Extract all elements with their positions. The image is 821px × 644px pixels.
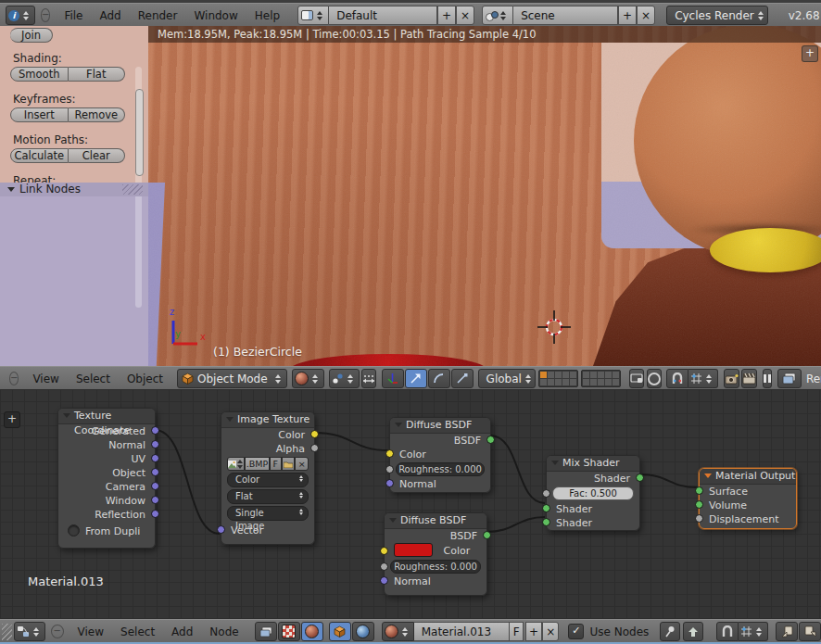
vp-menu-view[interactable]: View: [24, 373, 67, 385]
collapse-triangle-icon[interactable]: [551, 461, 559, 465]
output-socket[interactable]: [151, 482, 159, 490]
node-editor-corner-grip[interactable]: [2, 624, 12, 640]
collapse-triangle-icon[interactable]: [63, 413, 70, 418]
material-name-field[interactable]: Material.013: [414, 622, 511, 641]
ne-menu-node[interactable]: Node: [201, 625, 246, 638]
image-name-field[interactable]: .BMP: [245, 457, 269, 471]
menu-add[interactable]: Add: [91, 9, 129, 22]
node-image-texture[interactable]: Image Texture Color Alpha .BMP F × Color…: [221, 411, 315, 545]
node-snap-stepper[interactable]: [752, 627, 765, 637]
output-socket[interactable]: [151, 496, 159, 504]
layer-grid-2[interactable]: [581, 370, 621, 387]
material-tree-type-button[interactable]: [301, 622, 323, 641]
insert-keyframe-button[interactable]: Insert: [10, 107, 69, 122]
translate-manipulator-button[interactable]: [405, 369, 427, 388]
shader-tree-type-button[interactable]: [255, 622, 277, 641]
mode-select[interactable]: Object Mode: [177, 369, 287, 388]
bsdf-output-socket[interactable]: [483, 531, 491, 539]
ne-menu-add[interactable]: Add: [163, 625, 201, 638]
layer-grid-1[interactable]: [538, 370, 578, 387]
screen-layout-stepper[interactable]: [313, 11, 326, 20]
unlink-material-button[interactable]: ×: [542, 622, 559, 641]
output-socket[interactable]: [151, 510, 159, 518]
material-fake-user-button[interactable]: F: [510, 622, 524, 641]
vector-input-socket[interactable]: [217, 525, 225, 534]
pivot-point-select[interactable]: [329, 369, 360, 388]
node-snap-toggle-button[interactable]: [716, 622, 739, 641]
flat-button[interactable]: Flat: [69, 67, 126, 82]
viewport-shading-select[interactable]: [292, 369, 324, 388]
smooth-button[interactable]: Smooth: [10, 67, 69, 82]
delete-screen-button[interactable]: ×: [456, 6, 474, 25]
collapse-menus-button[interactable]: −: [41, 8, 50, 22]
layer-toggles[interactable]: [538, 370, 621, 387]
node-header[interactable]: Diffuse BSDF: [385, 513, 486, 529]
node-diffuse-bsdf-1[interactable]: Diffuse BSDF BSDF Color Roughness: 0.000…: [389, 417, 491, 493]
pin-node-tree-button[interactable]: [660, 622, 680, 641]
menu-window[interactable]: Window: [185, 9, 246, 22]
shading-stepper[interactable]: [309, 374, 322, 384]
panel-drag-grip[interactable]: [122, 184, 143, 195]
go-to-parent-node-tree-button[interactable]: [683, 622, 703, 641]
3d-viewport[interactable]: Mem:18.95M, Peak:18.95M | Time:00:03.15 …: [0, 26, 821, 366]
render-animation-button[interactable]: [741, 369, 757, 388]
node-header[interactable]: Texture Coordinate: [58, 409, 155, 424]
roughness-slider[interactable]: Roughness: 0.000: [390, 560, 481, 574]
displacement-input-socket[interactable]: [695, 514, 703, 523]
open-properties-region-button[interactable]: +: [802, 45, 818, 62]
snap-toggle-button[interactable]: [666, 369, 688, 388]
diffuse-color-swatch[interactable]: [394, 543, 433, 557]
use-nodes-checkbox[interactable]: ✓: [568, 624, 584, 639]
clear-paths-button[interactable]: Clear: [69, 148, 126, 163]
delete-scene-button[interactable]: ×: [637, 6, 655, 25]
viewport-collapse-menus[interactable]: −: [9, 372, 19, 385]
normal-input-socket[interactable]: [385, 479, 394, 487]
vp-menu-select[interactable]: Select: [68, 373, 119, 385]
editor-type-button[interactable]: i: [6, 6, 35, 25]
scene-browse-button[interactable]: [482, 6, 513, 25]
editor-type-button-node[interactable]: [14, 622, 45, 641]
color-input-socket[interactable]: [385, 449, 394, 458]
projection-select[interactable]: Flat: [227, 489, 309, 504]
pivot-stepper[interactable]: [344, 374, 357, 384]
paste-nodes-button[interactable]: [799, 622, 821, 641]
transform-orientation-select[interactable]: Global: [478, 369, 536, 388]
add-screen-button[interactable]: +: [437, 6, 456, 25]
orientation-stepper[interactable]: [522, 374, 535, 384]
color-output-socket[interactable]: [310, 430, 319, 438]
image-browse-button[interactable]: [227, 457, 245, 471]
mode-stepper[interactable]: [272, 374, 284, 384]
scale-manipulator-button[interactable]: [451, 369, 474, 388]
output-socket[interactable]: [151, 468, 159, 476]
rotate-manipulator-button[interactable]: [428, 369, 450, 388]
ne-menu-select[interactable]: Select: [112, 625, 163, 638]
join-button[interactable]: Join: [10, 28, 53, 43]
output-socket[interactable]: [151, 454, 159, 462]
source-select[interactable]: Single Image: [227, 506, 309, 521]
node-diffuse-bsdf-2[interactable]: Diffuse BSDF BSDF Color Roughness: 0.000…: [384, 512, 487, 596]
output-socket[interactable]: [151, 426, 159, 435]
scene-stepper[interactable]: [497, 11, 510, 20]
image-stepper[interactable]: [236, 460, 244, 469]
node-header[interactable]: Material Output: [700, 469, 796, 485]
tool-shelf-scrollbar-thumb[interactable]: [135, 89, 144, 176]
screen-layout-button[interactable]: [297, 6, 329, 25]
calculate-paths-button[interactable]: Calculate: [10, 148, 69, 163]
material-browse-stepper[interactable]: [398, 627, 411, 637]
alpha-output-socket[interactable]: [310, 444, 319, 452]
render-engine-select[interactable]: Cycles Render: [666, 6, 768, 25]
copy-nodes-button[interactable]: [776, 622, 798, 641]
shader-input-socket-1[interactable]: [542, 504, 550, 512]
open-node-toolbar-button[interactable]: +: [4, 411, 20, 428]
material-browse-button[interactable]: [382, 622, 414, 641]
open-image-button[interactable]: [282, 457, 296, 471]
fac-input-socket[interactable]: [542, 489, 550, 498]
normal-input-socket[interactable]: [380, 576, 388, 585]
shader-output-socket[interactable]: [636, 474, 644, 482]
render-engine-stepper[interactable]: [754, 11, 767, 20]
node-mix-shader[interactable]: Mix Shader Shader Fac: 0.500 Shader Shad…: [546, 455, 640, 531]
fac-slider[interactable]: Fac: 0.500: [552, 486, 634, 500]
roughness-slider[interactable]: Roughness: 0.000: [396, 462, 485, 476]
collapse-triangle-icon[interactable]: [226, 417, 234, 422]
proportional-edit-button[interactable]: [647, 369, 662, 388]
